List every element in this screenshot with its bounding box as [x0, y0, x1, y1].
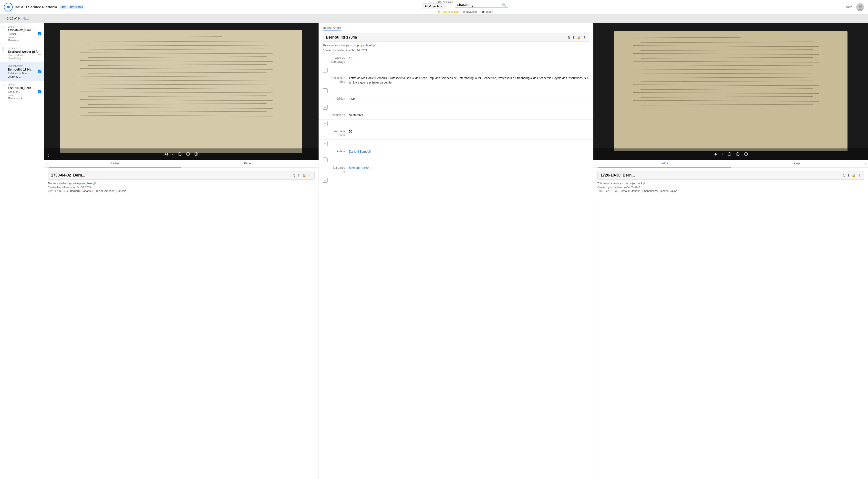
- item-subtitle-0: Frezier_...: [8, 32, 41, 35]
- viewer-zoom-in-btn[interactable]: ⊕: [194, 151, 198, 157]
- field-add-btn-3[interactable]: +: [323, 121, 328, 126]
- search-box: strasbourg 🔍: [456, 2, 508, 8]
- left-manuscript-inner: [60, 30, 302, 153]
- sidebar-item-0[interactable]: Lettre 1730-04-02_Bern... Frezier_... te…: [0, 23, 44, 44]
- left-lock-btn[interactable]: 🔒: [302, 174, 306, 177]
- field-add-btn-6[interactable]: +: [323, 178, 328, 183]
- item-checkbox-0[interactable]: [38, 32, 41, 35]
- help-link[interactable]: Help: [846, 5, 852, 9]
- item-meta-0: texte: [8, 36, 41, 39]
- left-resource-card: 1730-04-02_Bern... ⇅ ⬆ 🔒 ⋮ This resource…: [44, 168, 318, 195]
- item-body-0: Monsieur: [8, 39, 41, 42]
- center-share-btn[interactable]: ⬆: [572, 36, 575, 39]
- right-manuscript-image: ⏮ ‹ ⊖ ⊙ ⊕ ⋮: [593, 23, 868, 160]
- left-resource-title: 1730-04-02_Bern...: [51, 173, 291, 178]
- center-lock-btn[interactable]: 🔒: [577, 36, 581, 39]
- viewer-prev-btn[interactable]: ‹: [172, 152, 174, 157]
- badge-dev: dev: [60, 5, 67, 9]
- item-checkbox-3[interactable]: [38, 90, 41, 93]
- field-add-btn-2[interactable]: +: [323, 105, 328, 110]
- left-viewer-tabs: ‹ Lettre Page ›: [44, 160, 318, 168]
- item-title-0: 1730-04-02_Bern...: [8, 29, 41, 32]
- field-add-3: +: [319, 120, 593, 127]
- expert-search-link[interactable]: 🎓 expert: [482, 10, 493, 13]
- right-tab-lettre[interactable]: Lettre: [598, 160, 731, 168]
- sidebar-item-2[interactable]: Journal Article Bernoullid 1734a Publica…: [0, 62, 44, 81]
- project-selector[interactable]: All Projects ▾: [422, 3, 444, 9]
- panels: ⏮ ‹ ⊖ ⊙ ⊕ ⋮ ‹ Lettre Page › 1730-04-02_B…: [44, 23, 868, 479]
- item-checkbox-1[interactable]: [38, 52, 41, 55]
- sidebar-item-3[interactable]: Lettre 1720-10-30_Bern... Scheuch... tex…: [0, 81, 44, 102]
- right-viewer-zoom-in-btn[interactable]: ⊕: [744, 151, 748, 157]
- right-viewer-first-btn[interactable]: ⏮: [713, 152, 718, 157]
- center-project-link[interactable]: beol: [366, 44, 372, 47]
- left-more-btn[interactable]: ⋮: [308, 174, 311, 177]
- left-titre-row: Titre 1730-04-02_Bernoulli_Johann_I_Frez…: [48, 189, 315, 192]
- right-titre-value: 1720-10-30_Bernoulli_Johann_I_Scheuchzer…: [604, 189, 677, 192]
- user-avatar[interactable]: [856, 3, 864, 11]
- item-checkbox-2[interactable]: [38, 70, 41, 73]
- field-value-6[interactable]: Mercure Suisse 1: [349, 166, 589, 170]
- viewer-zoom-out-btn[interactable]: ⊖: [178, 151, 182, 157]
- right-viewer-prev-btn[interactable]: ‹: [722, 152, 723, 157]
- field-add-btn-5[interactable]: +: [323, 157, 328, 162]
- right-viewer-back-btn[interactable]: ‹: [593, 160, 598, 168]
- left-viewer-back-btn[interactable]: ‹: [44, 160, 49, 168]
- center-updown-btn[interactable]: ⇅: [567, 36, 570, 39]
- svg-point-1: [7, 6, 9, 8]
- right-viewer-zoom-out-btn[interactable]: ⊖: [727, 151, 732, 157]
- project-selector-chevron: ▾: [440, 5, 442, 8]
- how-to-search-link[interactable]: 💡 How to search: [437, 10, 459, 13]
- left-share-btn[interactable]: ⬆: [298, 174, 300, 177]
- logo-area: DaSCH Service Platform dev dev-release: [4, 3, 85, 11]
- right-tab-page[interactable]: Page: [731, 160, 863, 168]
- field-add-btn-0[interactable]: +: [323, 68, 328, 72]
- search-input[interactable]: strasbourg: [458, 3, 500, 7]
- right-updown-btn[interactable]: ⇅: [842, 174, 845, 177]
- right-panel: ⏮ ‹ ⊖ ⊙ ⊕ ⋮ ‹ Lettre Page › 1720-10-30_B…: [593, 23, 868, 479]
- sidebar-item-1[interactable]: Personne Eberhard Welper (d.Ä.) Place of…: [0, 44, 44, 62]
- left-project-link[interactable]: beol: [87, 182, 93, 185]
- field-value-0: 42: [349, 56, 589, 60]
- sidebar: Lettre 1730-04-02_Bern... Frezier_... te…: [0, 23, 44, 479]
- right-project-link[interactable]: beol: [637, 182, 642, 185]
- left-tab-page[interactable]: Page: [181, 160, 313, 168]
- left-titre-value: 1730-04-02_Bernoulli_Johann_I_Frezier_Am…: [55, 189, 126, 192]
- left-updown-btn[interactable]: ⇅: [293, 174, 296, 177]
- item-type-3: Lettre: [8, 83, 41, 86]
- right-share-btn[interactable]: ⬆: [847, 174, 850, 177]
- right-viewer-menu-btn[interactable]: ⋮: [596, 152, 600, 157]
- left-tab-lettre[interactable]: Lettre: [49, 160, 181, 168]
- field-add-4: +: [319, 140, 593, 147]
- advanced-search-link[interactable]: ⊞ advanced: [463, 10, 477, 13]
- item-meta-3: texte: [8, 94, 41, 97]
- main-layout: Lettre 1730-04-02_Bern... Frezier_... te…: [0, 23, 868, 479]
- viewer-zoom-reset-btn[interactable]: ⊙: [186, 151, 190, 157]
- center-action-row: ⇅ ⬆ 🔒 ⋮: [567, 36, 586, 39]
- next-button[interactable]: Next: [23, 17, 29, 20]
- right-viewer-fwd-btn[interactable]: ›: [863, 160, 868, 168]
- field-value-5[interactable]: Daniel I Bernoulli: [349, 149, 589, 154]
- left-viewer-fwd-btn[interactable]: ›: [314, 160, 318, 168]
- center-more-btn[interactable]: ⋮: [583, 36, 586, 39]
- field-add-btn-4[interactable]: +: [323, 141, 328, 146]
- file-icon-0: 📄: [1, 26, 5, 29]
- viewer-menu-btn[interactable]: ⋮: [46, 152, 51, 157]
- item-place-1: Strasbourg: [8, 57, 41, 60]
- right-project-label: This resource belongs to the project: [597, 182, 636, 185]
- field-row-2: édition 1734: [319, 95, 593, 103]
- right-created-meta: Created by t.schweizer on Oct 30, 2019: [597, 185, 864, 189]
- svg-point-3: [857, 8, 863, 11]
- right-viewer-zoom-reset-btn[interactable]: ⊙: [736, 151, 740, 157]
- center-resource-title-row: Bernoullid 1734a ⇅ ⬆ 🔒 ⋮: [323, 33, 589, 42]
- right-more-btn[interactable]: ⋮: [858, 174, 861, 177]
- field-add-btn-1[interactable]: +: [323, 88, 328, 93]
- right-lock-btn[interactable]: 🔒: [851, 174, 856, 177]
- field-value-3: Septembre: [349, 113, 589, 117]
- field-row-5: Auteur Daniel I Bernoulli: [319, 147, 593, 156]
- viewer-first-btn[interactable]: ⏮: [164, 152, 168, 157]
- prev-button[interactable]: ‹: [4, 17, 5, 20]
- center-resource-title: Bernoullid 1734a: [326, 35, 566, 39]
- right-manuscript-inner: [614, 31, 847, 152]
- search-button[interactable]: 🔍: [502, 3, 506, 7]
